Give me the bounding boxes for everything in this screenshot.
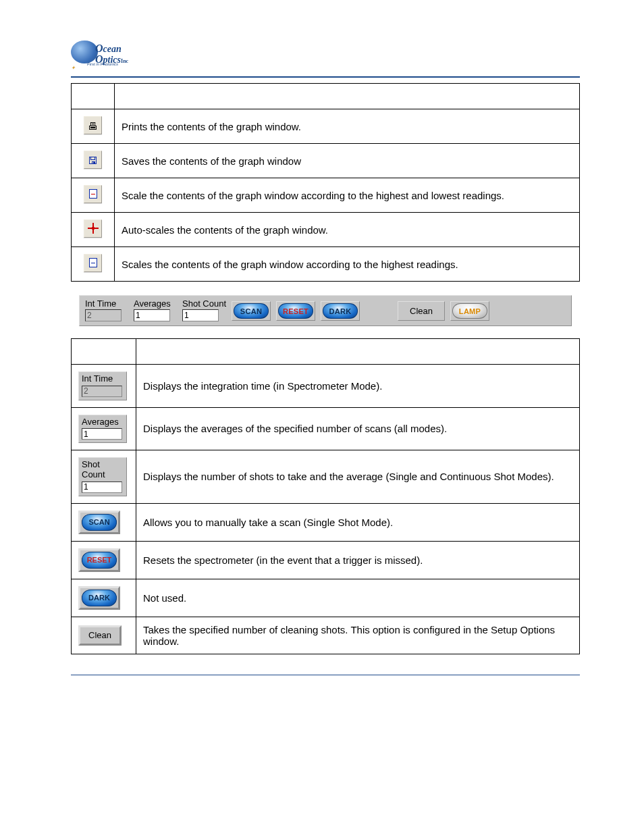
shot-count-field: Shot Count [78, 457, 127, 496]
scan-button[interactable]: SCAN [78, 511, 120, 534]
table-row: DARK Not used. [72, 579, 580, 617]
acquisition-toolbar: Int Time Averages Shot Count SCAN RESET … [79, 295, 572, 326]
table-row: Averages Displays the averages of the sp… [72, 407, 580, 450]
reset-button[interactable]: RESET [78, 548, 120, 572]
int-time-field: Int Time [85, 298, 128, 321]
table-row: Scales the contents of the graph window … [72, 247, 580, 282]
int-time-input[interactable] [85, 309, 122, 321]
save-desc: Saves the contents of the graph window [115, 144, 580, 178]
shot-count-desc: Displays the number of shots to take and… [136, 450, 580, 504]
averages-field: Averages [134, 298, 177, 321]
scale-minmax-icon[interactable] [84, 185, 102, 203]
table-row: Auto-scales the contents of the graph wi… [72, 213, 580, 247]
int-time-field: Int Time [78, 371, 127, 400]
footer-rule [71, 675, 580, 675]
table-row: 🖫 Saves the contents of the graph window [72, 144, 580, 178]
autoscale-desc: Auto-scales the contents of the graph wi… [115, 213, 580, 247]
autoscale-icon[interactable] [84, 219, 102, 238]
clean-desc: Takes the specified number of cleaning s… [136, 617, 580, 654]
int-time-desc: Displays the integration time (in Spectr… [136, 365, 580, 408]
table-row: Int Time Displays the integration time (… [72, 365, 580, 408]
dark-button[interactable]: DARK [321, 301, 360, 321]
shot-count-input[interactable] [82, 481, 122, 493]
graph-toolbar-table: 🖶 Prints the contents of the graph windo… [71, 83, 580, 282]
table-row: RESET Resets the spectrometer (in the ev… [72, 541, 580, 579]
dark-desc: Not used. [136, 579, 580, 617]
table-row: Shot Count Displays the number of shots … [72, 450, 580, 504]
reset-button[interactable]: RESET [276, 301, 315, 321]
scale-max-icon[interactable] [84, 254, 102, 272]
lamp-button[interactable]: LAMP [450, 301, 489, 321]
int-time-input[interactable] [82, 386, 122, 397]
table-row: Scale the contents of the graph window a… [72, 178, 580, 213]
scale-minmax-desc: Scale the contents of the graph window a… [115, 178, 580, 213]
logo-slogan: First in Photonics [87, 62, 118, 66]
scan-desc: Allows you to manually take a scan (Sing… [136, 503, 580, 541]
acquisition-toolbar-table: Int Time Displays the integration time (… [71, 338, 580, 654]
table-row: SCAN Allows you to manually take a scan … [72, 503, 580, 541]
scale-max-desc: Scales the contents of the graph window … [115, 247, 580, 282]
shot-count-field: Shot Count [182, 298, 226, 321]
save-icon[interactable]: 🖫 [84, 151, 102, 169]
dark-button[interactable]: DARK [78, 586, 120, 610]
averages-desc: Displays the averages of the specified n… [136, 407, 580, 450]
averages-field: Averages [78, 415, 127, 444]
clean-button[interactable]: Clean [398, 301, 445, 321]
header-rule [71, 76, 580, 78]
print-desc: Prints the contents of the graph window. [115, 109, 580, 144]
clean-button[interactable]: Clean [78, 625, 122, 646]
logo-line1: O [95, 43, 103, 54]
averages-input[interactable] [82, 428, 122, 440]
table-row: 🖶 Prints the contents of the graph windo… [72, 109, 580, 144]
table-row: Clean Takes the specified number of clea… [72, 617, 580, 654]
reset-desc: Resets the spectrometer (in the event th… [136, 541, 580, 579]
print-icon[interactable]: 🖶 [84, 116, 102, 134]
logo: Ocean OpticsInc First in Photonics ✦ [71, 41, 135, 73]
averages-input[interactable] [134, 309, 170, 321]
scan-button[interactable]: SCAN [232, 301, 271, 321]
shot-count-input[interactable] [182, 309, 219, 321]
